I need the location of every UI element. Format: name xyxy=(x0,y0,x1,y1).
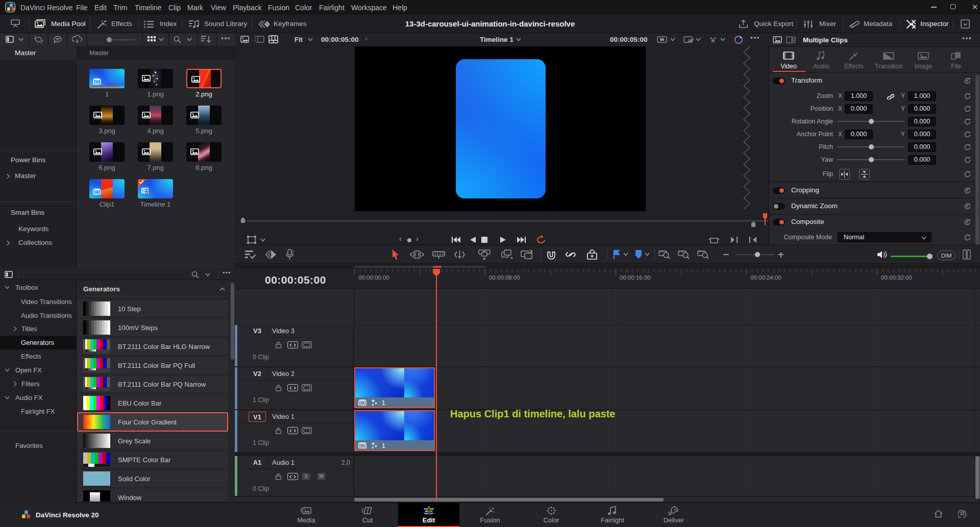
svg-text:HQ: HQ xyxy=(687,39,691,42)
